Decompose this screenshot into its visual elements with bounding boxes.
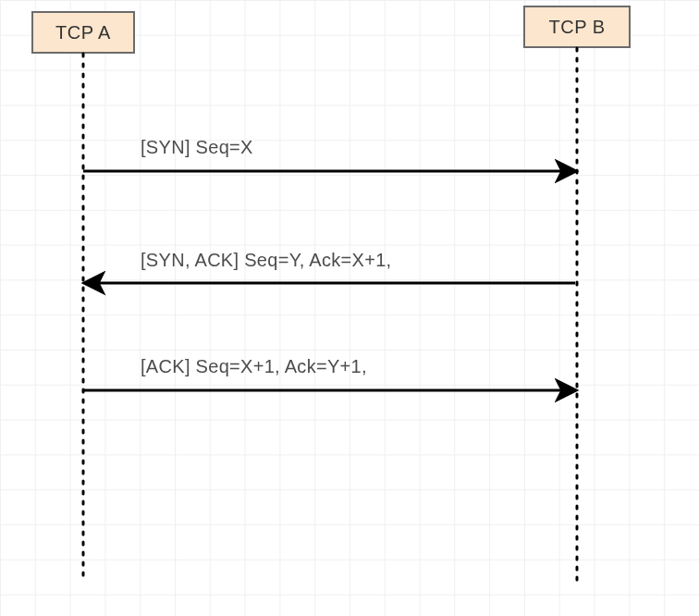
message-2-label: [SYN, ACK] Seq=Y, Ack=X+1, — [141, 250, 391, 271]
message-3-label: [ACK] Seq=X+1, Ack=Y+1, — [141, 356, 367, 377]
message-1-label: [SYN] Seq=X — [141, 137, 253, 158]
diagram-lines — [0, 0, 699, 616]
participant-a-label: TCP A — [55, 22, 111, 43]
participant-tcp-b: TCP B — [523, 6, 631, 48]
participant-tcp-a: TCP A — [31, 11, 135, 54]
sequence-diagram: TCP A TCP B [SYN] Seq=X [SYN, ACK] Seq=Y… — [0, 0, 699, 616]
participant-b-label: TCP B — [548, 17, 605, 38]
